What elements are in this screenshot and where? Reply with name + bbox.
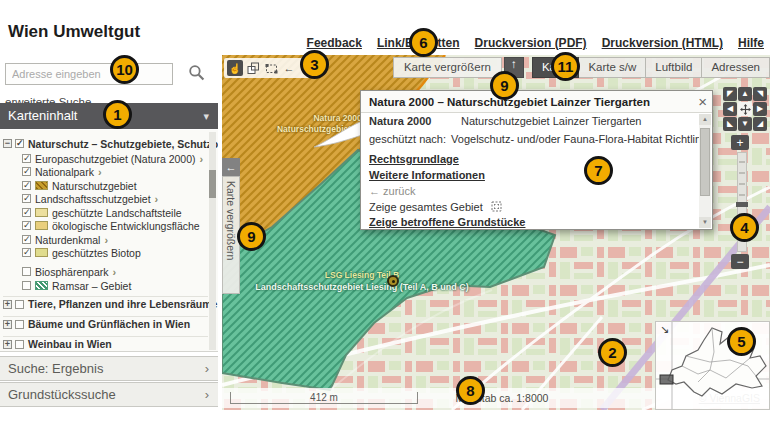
plus-icon: + — [736, 136, 743, 150]
scroll-down-icon[interactable]: ▼ — [699, 217, 711, 228]
checkbox-unchecked[interactable] — [22, 281, 31, 290]
sidebar-collapse-button[interactable]: ← — [222, 158, 240, 176]
pan-center-button[interactable] — [738, 102, 752, 116]
accordion-search-result[interactable]: Suche: Ergebnis › — [0, 356, 218, 381]
pan-down-right-button[interactable]: ◢ — [753, 117, 767, 131]
back-link[interactable]: ← zurück — [369, 185, 415, 197]
layer-item-biosphaerenpark[interactable]: Biosphärenpark › — [22, 265, 116, 278]
show-whole-area-row[interactable]: Zeige gesamtes Gebiet — [369, 200, 503, 213]
layer-tree: − ✓ Naturschutz – Schutzgebiete, Schutzo… — [0, 130, 218, 352]
layer-group-naturschutz[interactable]: − ✓ Naturschutz – Schutzgebiete, Schutzo… — [3, 137, 218, 150]
layer-item-landschaftsschutzgebiet[interactable]: ✓ Landschaftsschutzgebiet › — [22, 192, 158, 205]
expand-box-icon[interactable]: + — [3, 320, 12, 329]
layer-group-baeume[interactable]: + Bäume und Grünflächen in Wien — [3, 316, 208, 329]
layer-item-ramsar[interactable]: Ramsar – Gebiet — [22, 279, 131, 292]
checkbox-unchecked[interactable] — [15, 300, 24, 309]
pan-down-right-icon: ◢ — [757, 119, 763, 128]
map-canvas[interactable]: Natura 2000 Gebiet Naturschutzgebiet Lai… — [222, 55, 770, 410]
layer-group-tiere[interactable]: + Tiere, Pflanzen und ihre Lebensräume — [3, 296, 208, 309]
pan-up-left-icon: ◤ — [727, 89, 733, 98]
popup-scrollbar-thumb[interactable] — [700, 128, 710, 196]
layer-item-entwicklungsflaeche[interactable]: ✓ ökologische Entwicklungsfläche — [22, 219, 200, 232]
identify-tool-button[interactable]: ☝ — [227, 60, 243, 76]
close-icon[interactable]: × — [698, 91, 707, 113]
link-print-pdf[interactable]: Druckversion (PDF) — [475, 36, 587, 50]
layer-group-label: Bäume und Grünflächen in Wien — [28, 318, 190, 330]
legal-basis-link[interactable]: Rechtsgrundlage — [369, 153, 459, 165]
zoom-in-button[interactable]: + — [731, 135, 749, 150]
scale-bar-label: 412 m — [231, 392, 417, 403]
check-icon: ✓ — [23, 180, 31, 190]
collapse-box-icon[interactable]: − — [3, 139, 12, 148]
callout-9-side: 9 — [237, 222, 266, 251]
pan-down-button[interactable]: ▼ — [738, 117, 752, 131]
pan-up-left-button[interactable]: ◤ — [723, 87, 737, 101]
popup-scrollbar[interactable]: ▲ ▼ — [699, 114, 711, 228]
overview-collapse-icon[interactable]: ↘ — [660, 323, 669, 336]
affected-parcels-link[interactable]: Zeige betroffene Grundstücke — [369, 216, 525, 228]
layer-swatch — [35, 221, 48, 230]
check-icon: ✓ — [23, 153, 31, 163]
pan-down-left-button[interactable]: ◣ — [723, 117, 737, 131]
layer-label: ökologische Entwicklungsfläche — [52, 220, 200, 232]
pan-left-button[interactable]: ◀ — [723, 102, 737, 116]
tab-luftbild[interactable]: Luftbild — [646, 57, 702, 78]
checkbox-unchecked[interactable] — [22, 267, 31, 276]
expand-box-icon[interactable]: + — [3, 340, 12, 349]
zoom-slider-thumb[interactable] — [736, 202, 748, 207]
callout-2: 2 — [598, 338, 627, 367]
app-window: Wien Umweltgut Feedback Link/Einbetten D… — [0, 0, 770, 433]
address-search-input[interactable] — [5, 63, 173, 85]
layer-item-biotop[interactable]: ✓ geschütztes Biotop — [22, 246, 141, 259]
back-arrow-icon: ← — [284, 62, 295, 74]
tree-scrollbar[interactable] — [209, 132, 216, 350]
checkbox-checked[interactable]: ✓ — [22, 235, 31, 244]
checkbox-checked[interactable]: ✓ — [22, 194, 31, 203]
pan-right-button[interactable]: ▶ — [753, 102, 767, 116]
select-features-button[interactable] — [245, 60, 261, 76]
pan-up-button[interactable]: ▲ — [738, 87, 752, 101]
layer-group-weinbau[interactable]: + Weinbau in Wien — [3, 336, 208, 349]
check-icon: ✓ — [16, 138, 24, 148]
expand-area-icon — [490, 200, 503, 213]
layer-item-landschaftsteile[interactable]: ✓ geschützte Landschaftsteile — [22, 206, 182, 219]
layer-item-nationalpark[interactable]: ✓ Nationalpark › — [22, 165, 102, 178]
link-print-html[interactable]: Druckversion (HTML) — [602, 36, 723, 50]
pointer-hand-icon: ☝ — [229, 63, 241, 74]
check-icon: ✓ — [23, 207, 31, 217]
checkbox-unchecked[interactable] — [15, 320, 24, 329]
callout-8: 8 — [456, 376, 485, 405]
checkbox-checked[interactable]: ✓ — [22, 181, 31, 190]
history-back-button[interactable]: ← — [281, 60, 297, 76]
tab-karte-sw[interactable]: Karte s/w — [579, 57, 646, 78]
tree-scrollbar-thumb[interactable] — [209, 170, 216, 198]
check-icon: ✓ — [23, 193, 31, 203]
checkbox-checked[interactable]: ✓ — [22, 167, 31, 176]
accordion-parcel-search[interactable]: Grundstückssuche › — [0, 382, 218, 407]
layer-item-europaschutzgebiet[interactable]: ✓ Europaschutzgebiet (Natura 2000) › — [22, 152, 203, 165]
zoom-window-button[interactable] — [263, 60, 279, 76]
checkbox-checked[interactable]: ✓ — [22, 248, 31, 257]
layer-item-naturdenkmal[interactable]: ✓ Naturdenkmal › — [22, 233, 108, 246]
layer-label: Ramsar – Gebiet — [52, 280, 131, 292]
enlarge-map-button[interactable]: Karte vergrößern — [393, 57, 502, 78]
scroll-up-icon[interactable]: ▲ — [699, 114, 711, 125]
checkbox-checked[interactable]: ✓ — [15, 139, 24, 148]
expand-box-icon[interactable]: + — [3, 300, 12, 309]
callout-9-top: 9 — [490, 71, 519, 100]
link-feedback[interactable]: Feedback — [307, 36, 362, 50]
checkbox-unchecked[interactable] — [15, 340, 24, 349]
checkbox-checked[interactable]: ✓ — [22, 221, 31, 230]
checkbox-checked[interactable]: ✓ — [22, 154, 31, 163]
link-help[interactable]: Hilfe — [738, 36, 764, 50]
checkbox-checked[interactable]: ✓ — [22, 208, 31, 217]
tab-adressen[interactable]: Adressen — [702, 57, 770, 78]
side-tab-label: Karte vergrößern — [225, 181, 237, 291]
pan-up-right-button[interactable]: ◥ — [753, 87, 767, 101]
more-info-link[interactable]: Weitere Informationen — [369, 169, 485, 181]
search-icon[interactable] — [187, 64, 207, 84]
zoom-out-button[interactable]: − — [731, 254, 749, 269]
callout-1: 1 — [103, 100, 132, 129]
check-icon: ✓ — [23, 247, 31, 257]
layer-item-naturschutzgebiet[interactable]: ✓ Naturschutzgebiet — [22, 179, 137, 192]
